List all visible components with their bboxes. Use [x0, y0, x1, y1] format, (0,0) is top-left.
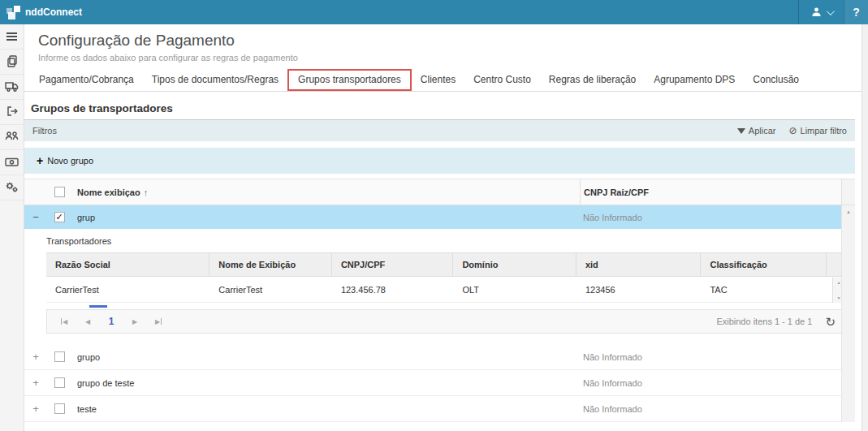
groups-grid: Nome exibiçao↑ CNPJ Raiz/CPF − ✓ grup [24, 179, 855, 422]
page-subtitle: Informe os dados abaixo para configurar … [38, 53, 862, 62]
row-checkbox-grup[interactable]: ✓ [54, 212, 65, 222]
collapse-row-button[interactable]: − [24, 211, 47, 223]
carrier-razao-social: CarrierTest [46, 277, 209, 302]
group-cnpj: Não Informado [580, 378, 841, 388]
refresh-icon[interactable]: ↻ [825, 316, 836, 328]
select-all-checkbox[interactable] [54, 187, 65, 197]
sidebar-item-settings[interactable] [0, 175, 24, 200]
clear-filter-icon: ⊘ [788, 125, 797, 136]
col-nome-exibicao[interactable]: Nome de Exibição [209, 253, 332, 276]
help-button[interactable]: ? [844, 0, 868, 24]
row-checkbox-grupo[interactable] [54, 351, 65, 362]
window-scrollbar[interactable] [862, 24, 868, 431]
grid-header-row: Nome exibiçao↑ CNPJ Raiz/CPF [24, 179, 855, 205]
pager-page-1[interactable]: 1 [102, 316, 120, 327]
carrier-nome-exibicao: CarrierTest [209, 277, 332, 302]
carrier-row[interactable]: CarrierTest CarrierTest 123.456.78 OLT 1… [46, 277, 844, 303]
pager-prev-button[interactable]: ◀ [79, 313, 97, 330]
new-group-button[interactable]: + Novo grupo [37, 154, 93, 167]
sidebar-item-payments[interactable] [0, 150, 24, 175]
group-cnpj: Não Informado [580, 213, 841, 222]
group-row-grup[interactable]: − ✓ grup Não Informado [24, 205, 841, 229]
sidebar-item-documents[interactable] [0, 50, 24, 75]
tab-grupos-transportadores[interactable]: Grupos transportadores [287, 69, 412, 91]
scroll-up-icon[interactable]: ▲ [837, 280, 841, 285]
carrier-dominio: OLT [453, 277, 577, 302]
column-header-nome-exibicao[interactable]: Nome exibiçao↑ [71, 187, 580, 197]
documents-icon [6, 54, 19, 69]
group-name: grupo [71, 352, 580, 362]
nddconnect-logo-icon [6, 6, 20, 19]
grid-vertical-scrollbar[interactable]: ▲ [841, 205, 855, 422]
apply-filter-button[interactable]: Aplicar [737, 126, 776, 136]
group-row-teste[interactable]: + teste Não Informado [24, 396, 841, 422]
scroll-up-icon[interactable]: ▲ [846, 209, 851, 214]
pager-next-button[interactable]: ▶ [126, 313, 144, 330]
tab-clientes[interactable]: Clientes [412, 69, 464, 91]
banknote-icon [5, 157, 19, 169]
tab-regras-liberacao[interactable]: Regras de liberação [540, 69, 645, 91]
grid-toolbar: + Novo grupo [24, 148, 855, 174]
clear-filter-button[interactable]: ⊘ Limpar filtro [788, 125, 847, 136]
sidebar-item-export[interactable] [0, 100, 24, 125]
menu-toggle-button[interactable] [0, 24, 24, 50]
column-header-cnpj[interactable]: CNPJ Raiz/CPF [580, 179, 841, 205]
expand-row-button[interactable]: + [24, 377, 47, 389]
users-icon [5, 131, 19, 144]
sign-out-icon [6, 105, 19, 119]
pager-status: Exibindo itens 1 - 1 de 1 [716, 317, 812, 326]
scroll-down-icon[interactable]: ▼ [837, 295, 841, 300]
clear-filter-label: Limpar filtro [801, 126, 847, 136]
group-name: grupo de teste [71, 378, 580, 388]
pager-last-button[interactable]: ▶ [149, 313, 167, 330]
col-classificacao[interactable]: Classificação [701, 253, 827, 276]
pager-first-button[interactable]: ◀ [55, 313, 73, 330]
group-detail-panel: Transportadores Razão Social Nome de Exi… [24, 229, 841, 344]
page-head: Configuração de Pagamento Informe os dad… [24, 24, 862, 62]
carrier-xid: 123456 [577, 277, 702, 302]
user-icon [811, 6, 822, 19]
sidebar-item-users[interactable] [0, 125, 24, 150]
tab-centro-custo[interactable]: Centro Custo [464, 69, 540, 91]
group-name: grup [71, 213, 580, 222]
apply-filter-label: Aplicar [749, 126, 776, 136]
tab-pagamento-cobranca[interactable]: Pagamento/Cobrança [30, 69, 143, 91]
row-checkbox-teste[interactable] [54, 403, 65, 414]
carriers-table: Razão Social Nome de Exibição CNPJ/CPF D… [46, 252, 844, 303]
group-name: teste [71, 404, 580, 414]
page-title: Configuração de Pagamento [38, 29, 862, 52]
topbar: nddConnect ? [0, 0, 868, 24]
group-cnpj: Não Informado [580, 404, 841, 414]
col-dominio[interactable]: Domínio [453, 253, 577, 276]
expand-row-button[interactable]: + [24, 351, 47, 363]
funnel-icon [737, 128, 745, 134]
carrier-classificacao: TAC [701, 277, 827, 302]
header-scroll-stub [841, 179, 855, 205]
group-row-grupo[interactable]: + grupo Não Informado [24, 344, 841, 370]
col-cnpj-cpf[interactable]: CNPJ/CPF [332, 253, 454, 276]
new-group-label: Novo grupo [47, 156, 93, 166]
col-xid[interactable]: xid [577, 253, 702, 276]
col-razao-social[interactable]: Razão Social [46, 253, 209, 276]
carrier-cnpj: 123.456.78 [332, 277, 454, 302]
wizard-tabs: Pagamento/Cobrança Tipos de documentos/R… [24, 68, 862, 92]
filter-title: Filtros [32, 126, 737, 136]
group-cnpj: Não Informado [580, 352, 841, 362]
sidebar [0, 24, 24, 431]
carriers-pager: ◀ ◀ 1 ▶ ▶ Exibindo itens 1 - 1 de 1 ↻ [46, 309, 844, 334]
brand-name: nddConnect [25, 6, 82, 18]
section-heading: Grupos de transportadores [31, 102, 855, 119]
cnpj-label: CNPJ Raiz/CPF [584, 187, 649, 197]
expand-row-button[interactable]: + [24, 403, 47, 415]
horizontal-scroll-thumb[interactable] [89, 305, 107, 308]
sidebar-item-transport[interactable] [0, 75, 24, 100]
truck-icon [5, 80, 19, 94]
user-menu-button[interactable] [798, 0, 844, 24]
plus-icon: + [37, 154, 43, 167]
tab-tipos-documentos-regras[interactable]: Tipos de documentos/Regras [143, 69, 287, 91]
tab-conclusao[interactable]: Conclusão [744, 69, 808, 91]
group-row-grupo-de-teste[interactable]: + grupo de teste Não Informado [24, 370, 841, 396]
row-checkbox-grupo-de-teste[interactable] [54, 377, 65, 388]
detail-title: Transportadores [46, 236, 841, 246]
tab-agrupamento-dps[interactable]: Agrupamento DPS [645, 69, 744, 91]
